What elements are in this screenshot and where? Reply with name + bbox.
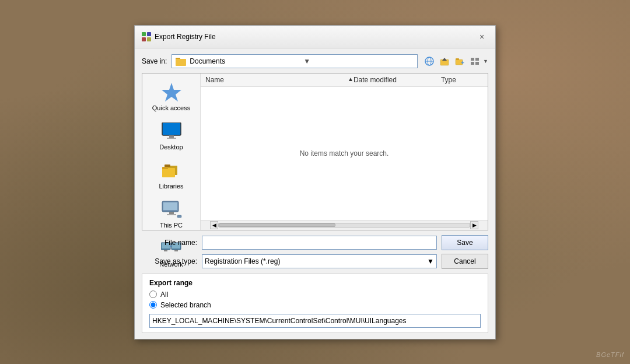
file-name-input[interactable] [202, 236, 437, 250]
dialog-icon [142, 32, 151, 41]
close-button[interactable]: × [475, 30, 488, 43]
save-as-type-combo[interactable]: Registration Files (*.reg) ▼ [202, 254, 437, 268]
file-list-empty: No items match your search. [201, 87, 488, 220]
svg-text:+: + [461, 60, 464, 66]
svg-rect-13 [456, 58, 459, 60]
save-in-arrow: ▼ [303, 57, 414, 65]
save-button[interactable]: Save [442, 235, 488, 250]
svg-rect-39 [174, 250, 178, 251]
svg-rect-27 [162, 167, 168, 169]
sidebar-label-libraries: Libraries [159, 183, 183, 190]
all-radio-row: All [149, 290, 481, 299]
save-in-combo[interactable]: Documents ▼ [172, 54, 418, 68]
selected-branch-radio-label[interactable]: Selected branch [160, 301, 211, 309]
scrollbar-thumb[interactable] [219, 223, 335, 227]
toolbar-btn-2[interactable] [438, 54, 452, 68]
svg-rect-15 [471, 58, 474, 61]
save-in-label: Save in: [142, 57, 167, 65]
col-header-type[interactable]: Type [441, 76, 483, 84]
horizontal-scrollbar[interactable]: ◀ ▶ [201, 220, 488, 230]
svg-rect-20 [162, 123, 181, 135]
svg-rect-25 [164, 164, 170, 167]
dialog-title: Export Registry File [155, 33, 216, 41]
svg-rect-32 [177, 215, 181, 218]
export-range-title: Export range [149, 279, 481, 287]
svg-rect-18 [475, 62, 479, 65]
svg-rect-16 [475, 58, 479, 61]
svg-rect-30 [169, 212, 174, 214]
file-area: Quick access Desktop [142, 73, 488, 230]
selected-branch-radio[interactable] [149, 301, 157, 309]
sidebar-item-quick-access[interactable]: Quick access [148, 78, 195, 115]
file-list-header: Name ▲ Date modified Type [201, 74, 488, 87]
col-header-name[interactable]: Name [205, 76, 345, 84]
view-icon [470, 57, 480, 66]
col-header-date[interactable]: Date modified [354, 76, 441, 84]
save-as-type-label: Save as type: [142, 257, 197, 265]
libraries-icon [161, 160, 182, 181]
svg-rect-1 [147, 32, 151, 36]
toolbar-icons: + ▼ [422, 54, 488, 68]
svg-marker-19 [162, 83, 181, 102]
sidebar-label-this-pc: This PC [160, 222, 183, 229]
title-bar: Export Registry File × [135, 26, 495, 48]
desktop-icon [161, 121, 182, 142]
svg-rect-26 [162, 168, 175, 177]
view-arrow: ▼ [483, 58, 488, 64]
file-name-label: File name: [142, 239, 197, 247]
svg-rect-29 [163, 202, 177, 210]
svg-rect-31 [167, 214, 176, 215]
dialog-body: Save in: Documents ▼ [135, 48, 495, 339]
save-in-row: Save in: Documents ▼ [142, 54, 488, 68]
export-registry-dialog: Export Registry File × Save in: Document… [134, 25, 496, 340]
toolbar-btn-1[interactable] [422, 54, 436, 68]
title-bar-left: Export Registry File [142, 32, 216, 41]
svg-marker-11 [442, 58, 447, 61]
save-in-value: Documents [190, 57, 300, 65]
quick-access-icon [161, 82, 182, 103]
this-pc-icon [161, 199, 182, 220]
sidebar-item-libraries[interactable]: Libraries [148, 156, 195, 193]
up-folder-icon [440, 57, 449, 66]
svg-rect-22 [169, 135, 174, 138]
all-radio-label[interactable]: All [160, 290, 168, 299]
svg-rect-23 [167, 138, 176, 139]
watermark: BGeTFif [596, 351, 624, 358]
all-radio[interactable] [149, 290, 157, 298]
sort-arrow: ▲ [348, 76, 354, 84]
selected-branch-radio-row: Selected branch [149, 301, 481, 309]
sidebar-item-desktop[interactable]: Desktop [148, 117, 195, 154]
svg-rect-0 [142, 32, 146, 36]
save-as-type-arrow: ▼ [427, 257, 434, 265]
svg-rect-6 [176, 59, 186, 65]
sidebar-label-desktop: Desktop [159, 144, 183, 150]
export-range-section: Export range All Selected branch [142, 274, 488, 333]
scrollbar-track[interactable] [218, 223, 470, 228]
file-list: Name ▲ Date modified Type No items match… [201, 74, 488, 230]
scroll-left-btn[interactable]: ◀ [210, 221, 218, 229]
cancel-button[interactable]: Cancel [442, 254, 488, 269]
new-folder-icon: + [455, 57, 464, 66]
scroll-right-btn[interactable]: ▶ [470, 221, 478, 229]
sidebar-label-quick-access: Quick access [152, 104, 190, 111]
svg-rect-38 [164, 250, 167, 251]
branch-value-input[interactable] [149, 314, 481, 328]
folder-icon [176, 57, 186, 66]
sidebar-item-this-pc[interactable]: This PC [148, 195, 195, 232]
toolbar-btn-4[interactable] [468, 54, 482, 68]
toolbar-btn-3[interactable]: + [453, 54, 467, 68]
globe-icon [425, 57, 434, 66]
svg-rect-2 [142, 37, 146, 41]
svg-rect-3 [147, 37, 151, 41]
sidebar: Quick access Desktop [142, 74, 201, 230]
svg-rect-17 [471, 62, 474, 65]
